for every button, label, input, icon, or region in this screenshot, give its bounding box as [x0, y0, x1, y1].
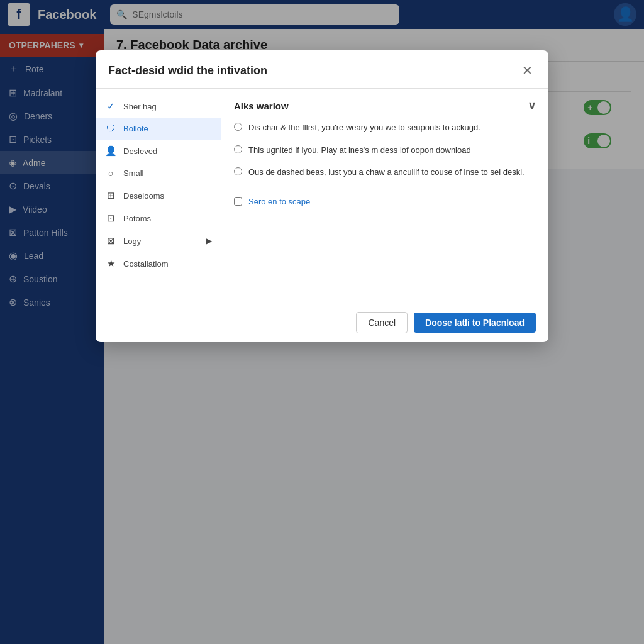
box-icon: ⊡	[104, 213, 117, 224]
modal-header: Fact-desid wdid the intivation ✕	[96, 50, 548, 89]
modal-sidebar-item-sherbag[interactable]: ✓ Sher hag	[96, 95, 221, 118]
box-x-icon: ⊠	[104, 235, 117, 247]
person-icon: 👤	[104, 145, 117, 157]
radio-label-3: Ous de dashed beas, iust you a chaw a an…	[248, 166, 525, 179]
modal-sidebar-label: Small	[123, 169, 144, 178]
radio-label-1: Dis char & the fllrst, you're weary you …	[248, 121, 480, 134]
radio-option-3: Ous de dashed beas, iust you a chaw a an…	[234, 166, 536, 179]
modal-sidebar-item-costallatiom[interactable]: ★ Costallatiom	[96, 252, 221, 275]
radio-input-2[interactable]	[234, 145, 242, 153]
modal: Fact-desid wdid the intivation ✕ ✓ Sher …	[96, 50, 548, 342]
modal-overlay: Fact-desid wdid the intivation ✕ ✓ Sher …	[0, 0, 644, 644]
star-icon: ★	[104, 258, 117, 269]
modal-sidebar-label: Sher hag	[123, 102, 157, 111]
chevron-down-icon: ∨	[528, 99, 536, 113]
circle-icon: ○	[104, 168, 117, 179]
modal-sidebar-label: Potoms	[123, 214, 151, 223]
close-button[interactable]: ✕	[518, 62, 536, 79]
modal-sidebar-item-desleved[interactable]: 👤 Desleved	[96, 140, 221, 162]
confirm-button[interactable]: Doose latli to Placnload	[414, 313, 536, 333]
modal-footer: Cancel Doose latli to Placnload	[96, 303, 548, 342]
modal-sidebar-label: Costallatiom	[123, 259, 169, 269]
radio-option-1: Dis char & the fllrst, you're weary you …	[234, 121, 536, 134]
radio-label-2: This ugnited if lyou. Play at ines's m d…	[248, 144, 471, 157]
modal-section-title: Alks warlow ∨	[234, 99, 536, 113]
modal-sidebar-item-bollote[interactable]: 🛡 Bollote	[96, 118, 221, 140]
radio-input-1[interactable]	[234, 123, 242, 131]
checkbox-input[interactable]	[234, 197, 242, 206]
modal-title: Fact-desid wdid the intivation	[108, 64, 267, 77]
modal-sidebar-item-small[interactable]: ○ Small	[96, 162, 221, 184]
checkbox-option: Sero en to scape	[234, 189, 536, 206]
modal-sidebar-label: Desleved	[123, 147, 157, 156]
modal-main: Alks warlow ∨ Dis char & the fllrst, you…	[221, 89, 548, 303]
modal-body: ✓ Sher hag 🛡 Bollote 👤 Desleved ○ Small …	[96, 89, 548, 303]
checkmark-icon: ✓	[104, 101, 117, 112]
modal-sidebar-label: Logy	[123, 236, 141, 246]
arrow-right-icon: ▶	[206, 236, 212, 245]
radio-input-3[interactable]	[234, 167, 242, 175]
modal-sidebar-item-logy[interactable]: ⊠ Logy ▶	[96, 230, 221, 252]
modal-sidebar: ✓ Sher hag 🛡 Bollote 👤 Desleved ○ Small …	[96, 89, 221, 303]
radio-option-2: This ugnited if lyou. Play at ines's m d…	[234, 144, 536, 157]
modal-sidebar-item-deselooms[interactable]: ⊞ Deselooms	[96, 184, 221, 207]
checkbox-label: Sero en to scape	[248, 197, 310, 206]
shield-icon: 🛡	[104, 123, 117, 134]
cancel-button[interactable]: Cancel	[356, 312, 408, 333]
modal-sidebar-label: Deselooms	[123, 191, 164, 201]
grid-icon: ⊞	[104, 190, 117, 201]
modal-sidebar-label: Bollote	[123, 124, 148, 133]
modal-sidebar-item-potoms[interactable]: ⊡ Potoms	[96, 207, 221, 230]
